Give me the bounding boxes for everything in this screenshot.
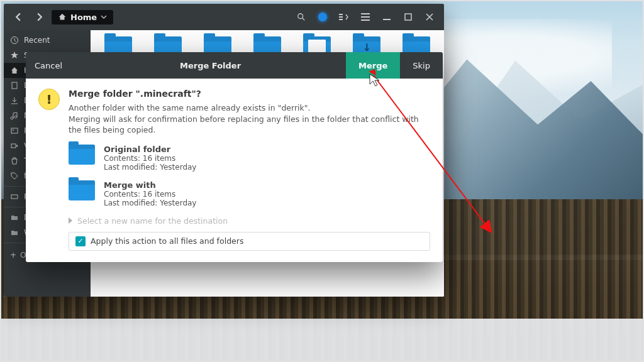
apply-all-checkbox[interactable]: ✓ bbox=[75, 236, 86, 246]
drive-icon bbox=[10, 192, 19, 201]
folder-icon bbox=[10, 213, 19, 222]
trash-icon bbox=[10, 156, 19, 165]
dialog-headerbar: Cancel Merge Folder Merge Skip bbox=[26, 52, 443, 79]
video-icon bbox=[10, 141, 19, 150]
merge-button[interactable]: Merge bbox=[346, 52, 400, 79]
chevron-down-icon bbox=[101, 14, 107, 20]
svg-rect-1 bbox=[339, 14, 343, 15]
apply-all-row[interactable]: ✓ Apply this action to all files and fol… bbox=[69, 232, 430, 251]
activity-indicator bbox=[313, 8, 332, 26]
path-label: Home bbox=[70, 13, 97, 22]
warning-icon: ! bbox=[38, 89, 60, 110]
folder-icon bbox=[69, 145, 95, 165]
original-folder-modified: Last modified: Yesterday bbox=[104, 163, 196, 172]
home-icon bbox=[58, 13, 67, 21]
back-button[interactable] bbox=[9, 8, 28, 26]
forward-button[interactable] bbox=[30, 8, 49, 26]
svg-rect-7 bbox=[383, 19, 391, 20]
window-headerbar: Home bbox=[4, 4, 444, 30]
star-icon bbox=[10, 51, 19, 60]
merge-with-block: Merge with Contents: 16 items Last modif… bbox=[69, 180, 430, 207]
dialog-heading: Merge folder ".minecraft"? bbox=[69, 89, 430, 99]
svg-rect-14 bbox=[11, 195, 18, 199]
download-icon bbox=[10, 96, 19, 105]
original-folder-title: Original folder bbox=[104, 145, 196, 154]
original-folder-block: Original folder Contents: 16 items Last … bbox=[69, 145, 430, 172]
hamburger-menu-button[interactable] bbox=[356, 8, 375, 26]
svg-rect-2 bbox=[339, 16, 343, 18]
folder-icon bbox=[69, 180, 95, 200]
minimize-button[interactable] bbox=[377, 8, 396, 26]
folder-icon bbox=[10, 228, 19, 237]
merge-with-contents: Contents: 16 items bbox=[104, 190, 196, 199]
plus-icon: + bbox=[10, 251, 16, 260]
maximize-button[interactable] bbox=[399, 8, 418, 26]
dialog-description: Another folder with the same name alread… bbox=[69, 102, 430, 136]
svg-rect-13 bbox=[11, 144, 16, 148]
svg-rect-3 bbox=[339, 19, 343, 20]
svg-point-0 bbox=[298, 14, 303, 19]
svg-rect-6 bbox=[361, 19, 370, 21]
dialog-title: Merge Folder bbox=[75, 61, 346, 70]
svg-rect-5 bbox=[361, 16, 370, 18]
original-folder-contents: Contents: 16 items bbox=[104, 154, 196, 163]
pictures-icon bbox=[10, 126, 19, 135]
svg-rect-8 bbox=[405, 14, 411, 20]
tag-icon bbox=[10, 172, 19, 180]
rename-hint: Select a new name for the destination bbox=[77, 216, 228, 226]
path-breadcrumb[interactable]: Home bbox=[52, 10, 113, 25]
merge-with-title: Merge with bbox=[104, 180, 196, 190]
svg-rect-4 bbox=[361, 13, 370, 14]
recent-icon bbox=[10, 36, 19, 45]
sidebar-item-label: Recent bbox=[24, 36, 50, 45]
search-button[interactable] bbox=[292, 8, 311, 26]
skip-button[interactable]: Skip bbox=[400, 52, 443, 79]
view-toggle-button[interactable] bbox=[335, 8, 353, 26]
cancel-button[interactable]: Cancel bbox=[26, 52, 75, 79]
home-icon bbox=[10, 66, 19, 75]
documents-icon bbox=[10, 81, 19, 90]
svg-point-12 bbox=[13, 129, 14, 131]
merge-folder-dialog: Cancel Merge Folder Merge Skip ! Merge f… bbox=[26, 52, 443, 262]
svg-rect-10 bbox=[12, 82, 17, 89]
chevron-right-icon bbox=[69, 217, 72, 224]
music-icon bbox=[10, 111, 19, 120]
svg-rect-11 bbox=[11, 128, 18, 133]
close-button[interactable] bbox=[420, 8, 439, 26]
merge-with-modified: Last modified: Yesterday bbox=[104, 199, 196, 207]
apply-all-label: Apply this action to all files and folde… bbox=[91, 236, 243, 246]
rename-expander[interactable]: Select a new name for the destination bbox=[69, 216, 430, 226]
sidebar-item-recent[interactable]: Recent bbox=[4, 33, 91, 48]
